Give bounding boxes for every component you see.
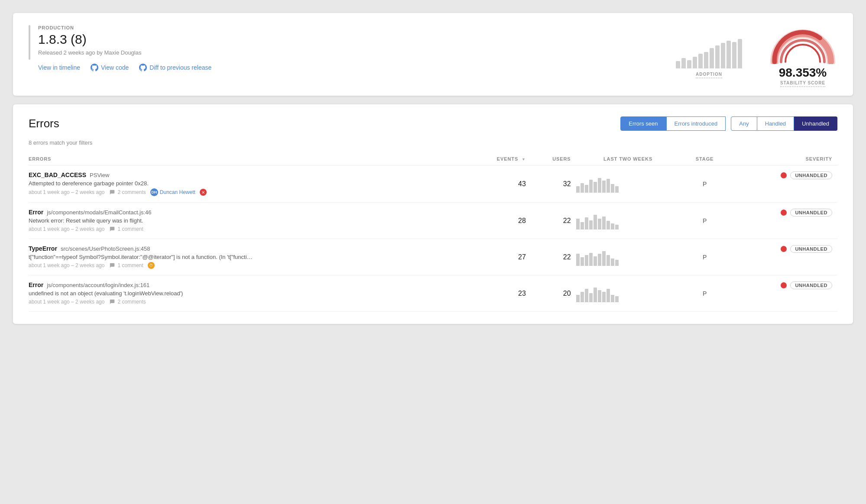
spark-bar bbox=[594, 215, 597, 229]
spark-bar bbox=[598, 290, 601, 302]
release-meta: Released 2 weeks ago by Maxie Douglas bbox=[38, 49, 211, 56]
spark-bar bbox=[581, 183, 584, 192]
errors-header: Errors Errors seen Errors introduced Any… bbox=[29, 116, 837, 131]
stage-value: P bbox=[703, 290, 707, 297]
error-meta: about 1 week ago – 2 weeks ago 2 comment… bbox=[29, 298, 461, 305]
diff-label: Diff to previous release bbox=[149, 64, 211, 71]
github-icon-2 bbox=[139, 64, 147, 71]
adoption-bar bbox=[727, 41, 731, 68]
sparkline-cell bbox=[576, 275, 685, 312]
sparkline bbox=[576, 175, 628, 193]
handled-button[interactable]: Handled bbox=[757, 116, 794, 131]
release-actions: View in timeline View code bbox=[38, 64, 211, 71]
comment-count: 1 comment bbox=[117, 262, 143, 268]
adoption-bar bbox=[693, 57, 697, 68]
events-cell: 28 bbox=[466, 203, 531, 239]
adoption-section: ADOPTION bbox=[676, 34, 742, 78]
col-severity: SEVERITY bbox=[730, 153, 837, 165]
comment-meta: 2 comments bbox=[109, 189, 146, 196]
errors-seen-button[interactable]: Errors seen bbox=[620, 116, 666, 131]
col-last-two-weeks: LAST TWO WEEKS bbox=[576, 153, 685, 165]
adoption-bar bbox=[687, 60, 691, 68]
error-info-cell: Error js/components/modals/EmailContact.… bbox=[29, 203, 466, 239]
spark-bar bbox=[581, 257, 584, 265]
severity-container: UNHANDLED bbox=[730, 171, 832, 179]
comment-icon bbox=[109, 226, 116, 233]
sparkline bbox=[576, 285, 628, 302]
error-time: about 1 week ago – 2 weeks ago bbox=[29, 226, 104, 232]
events-cell: 43 bbox=[466, 165, 531, 203]
comment-meta: 2 comments bbox=[109, 298, 146, 305]
spark-bar bbox=[611, 295, 614, 302]
spark-bar bbox=[576, 295, 580, 302]
error-time: about 1 week ago – 2 weeks ago bbox=[29, 299, 104, 305]
spark-bar bbox=[585, 217, 588, 229]
severity-badge: UNHANDLED bbox=[790, 171, 832, 179]
adoption-bar bbox=[710, 48, 714, 68]
error-location: PSView bbox=[90, 172, 109, 178]
spark-bar bbox=[615, 296, 619, 302]
spark-bar bbox=[602, 181, 606, 192]
github-icon bbox=[91, 64, 98, 71]
table-row: Error js/components/modals/EmailContact.… bbox=[29, 203, 837, 239]
error-title-row: TypeError src/scenes/UserPhotoScreen.js:… bbox=[29, 245, 461, 252]
severity-badge: UNHANDLED bbox=[790, 209, 832, 216]
comment-icon bbox=[109, 262, 116, 269]
spark-bar bbox=[607, 221, 610, 229]
severity-container: UNHANDLED bbox=[730, 209, 832, 216]
clock-badge: ⏱ bbox=[148, 262, 155, 269]
adoption-label: ADOPTION bbox=[696, 72, 722, 78]
adoption-bar bbox=[704, 52, 708, 68]
view-code-link[interactable]: View code bbox=[91, 64, 129, 71]
error-title-row: Error js/components/modals/EmailContact.… bbox=[29, 209, 461, 216]
spark-bar bbox=[589, 180, 593, 192]
errors-table: ERRORS EVENTS ▼ USERS LAST TWO WEEKS STA… bbox=[29, 153, 837, 312]
any-button[interactable]: Any bbox=[731, 116, 757, 131]
error-meta: about 1 week ago – 2 weeks ago 1 comment bbox=[29, 226, 461, 233]
severity-cell: UNHANDLED bbox=[730, 203, 837, 239]
col-users: USERS bbox=[531, 153, 576, 165]
spark-bar bbox=[576, 219, 580, 229]
error-type: Error bbox=[29, 281, 43, 288]
spark-bar bbox=[602, 251, 606, 266]
users-cell: 22 bbox=[531, 239, 576, 275]
errors-introduced-button[interactable]: Errors introduced bbox=[666, 116, 726, 131]
spark-bar bbox=[598, 178, 601, 193]
stage-value: P bbox=[703, 181, 707, 187]
error-desc: undefined is not an object (evaluating '… bbox=[29, 290, 461, 297]
adoption-bar bbox=[715, 45, 720, 68]
spark-bar bbox=[611, 184, 614, 192]
stability-label: STABILITY SCORE bbox=[780, 81, 825, 87]
stage-cell: P bbox=[685, 275, 730, 312]
severity-container: UNHANDLED bbox=[730, 245, 832, 253]
spark-bar bbox=[581, 222, 584, 229]
spark-bar bbox=[607, 289, 610, 302]
diff-to-previous-link[interactable]: Diff to previous release bbox=[139, 64, 211, 71]
user-meta: DH Duncan Hewett bbox=[150, 188, 195, 196]
errors-card: Errors Errors seen Errors introduced Any… bbox=[13, 104, 853, 324]
release-details: PRODUCTION 1.8.3 (8) Released 2 weeks ag… bbox=[38, 25, 211, 71]
spark-bar bbox=[589, 253, 593, 266]
error-type: EXC_BAD_ACCESS bbox=[29, 171, 86, 178]
sparkline-cell bbox=[576, 239, 685, 275]
spark-bar bbox=[611, 258, 614, 265]
error-meta: about 1 week ago – 2 weeks ago 2 comment… bbox=[29, 188, 461, 196]
sparkline-cell bbox=[576, 165, 685, 203]
stage-value: P bbox=[703, 217, 707, 224]
adoption-bar bbox=[698, 54, 703, 68]
severity-badge: UNHANDLED bbox=[790, 245, 832, 253]
stability-section: 98.353% STABILITY SCORE bbox=[768, 25, 837, 87]
comment-meta: 1 comment bbox=[109, 226, 143, 233]
unhandled-button[interactable]: Unhandled bbox=[794, 116, 837, 131]
view-in-timeline-link[interactable]: View in timeline bbox=[38, 64, 80, 71]
error-desc: Attempted to dereference garbage pointer… bbox=[29, 180, 461, 187]
spark-bar bbox=[576, 186, 580, 193]
adoption-bar bbox=[738, 39, 742, 68]
spark-bar bbox=[585, 255, 588, 265]
users-cell: 22 bbox=[531, 203, 576, 239]
spark-bar bbox=[581, 292, 584, 302]
spark-bar bbox=[607, 179, 610, 192]
error-desc: Network error: Reset while query was in … bbox=[29, 217, 461, 224]
table-row: EXC_BAD_ACCESS PSView Attempted to deref… bbox=[29, 165, 837, 203]
comment-count: 1 comment bbox=[117, 226, 143, 232]
